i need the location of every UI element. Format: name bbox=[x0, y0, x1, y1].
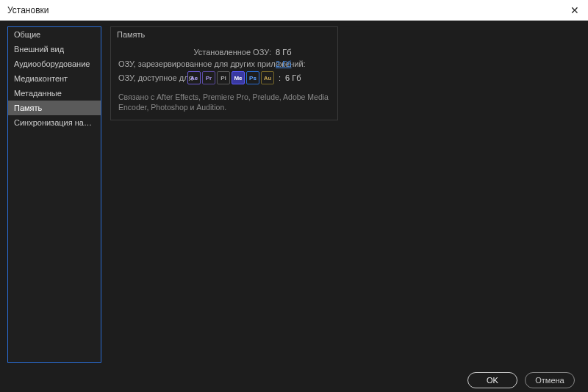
panel-body: Установленное ОЗУ: 8 Гб ОЗУ, зарезервиро… bbox=[111, 43, 337, 120]
available-ram-label: ОЗУ, доступное для bbox=[118, 73, 183, 82]
app-icons: Ae Pr Pl Me Ps Au bbox=[187, 71, 274, 84]
footer: OK Отмена bbox=[0, 369, 588, 392]
media-encoder-icon: Me bbox=[232, 71, 245, 84]
close-icon[interactable]: ✕ bbox=[567, 4, 582, 16]
sidebar-item-sync-settings[interactable]: Синхронизация настроек bbox=[8, 115, 101, 130]
reserved-ram-value[interactable]: 2 Гб bbox=[276, 59, 291, 68]
sidebar-item-general[interactable]: Общие bbox=[8, 27, 101, 42]
installed-ram-value: 8 Гб bbox=[276, 48, 291, 57]
installed-ram-label: Установленное ОЗУ: bbox=[118, 48, 271, 57]
sidebar-item-metadata[interactable]: Метаданные bbox=[8, 86, 101, 101]
cancel-button[interactable]: Отмена bbox=[525, 372, 575, 388]
ok-button[interactable]: OK bbox=[467, 372, 517, 388]
photoshop-icon: Ps bbox=[246, 71, 259, 84]
linked-apps-note: Связано с After Effects, Premiere Pro, P… bbox=[118, 92, 330, 112]
sidebar-item-appearance[interactable]: Внешний вид bbox=[8, 42, 101, 57]
sidebar: Общие Внешний вид Аудиооборудование Меди… bbox=[7, 26, 101, 363]
premiere-pro-icon: Pr bbox=[202, 71, 215, 84]
available-ram-value: 6 Гб bbox=[285, 73, 301, 82]
reserved-ram-label: ОЗУ, зарезервированное для других прилож… bbox=[118, 59, 271, 68]
memory-panel: Память Установленное ОЗУ: 8 Гб ОЗУ, заре… bbox=[110, 26, 338, 120]
audition-icon: Au bbox=[261, 71, 274, 84]
after-effects-icon: Ae bbox=[187, 71, 201, 84]
sidebar-item-media[interactable]: Медиаконтент bbox=[8, 71, 101, 86]
row-reserved-ram: ОЗУ, зарезервированное для других прилож… bbox=[118, 59, 330, 68]
main-panel: Память Установленное ОЗУ: 8 Гб ОЗУ, заре… bbox=[101, 21, 588, 369]
content: Общие Внешний вид Аудиооборудование Меди… bbox=[0, 21, 588, 369]
row-installed-ram: Установленное ОЗУ: 8 Гб bbox=[118, 48, 330, 57]
available-ram-separator: : bbox=[279, 73, 281, 82]
window-title: Установки bbox=[7, 5, 49, 15]
sidebar-item-audio-hardware[interactable]: Аудиооборудование bbox=[8, 57, 101, 71]
sidebar-item-memory[interactable]: Память bbox=[8, 101, 101, 115]
panel-title: Память bbox=[111, 27, 337, 43]
titlebar: Установки ✕ bbox=[0, 0, 588, 21]
prelude-icon: Pl bbox=[217, 71, 230, 84]
row-available-ram: ОЗУ, доступное для Ae Pr Pl Me Ps Au : 6… bbox=[118, 71, 330, 84]
